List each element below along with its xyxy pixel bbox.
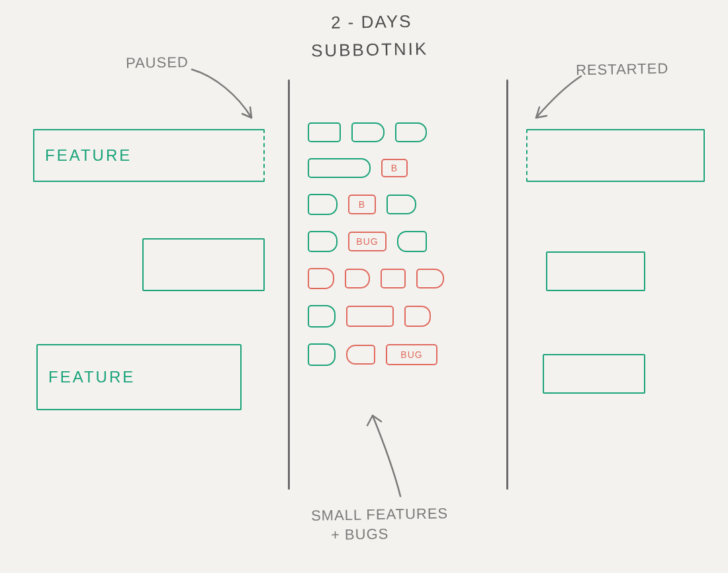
small-feature-block bbox=[308, 158, 371, 178]
bug-block: BUG bbox=[348, 232, 387, 251]
task-row bbox=[308, 305, 431, 328]
bug-block bbox=[308, 268, 334, 289]
small-feature-block bbox=[395, 122, 427, 142]
bottom-label-1: SMALL FEATURES bbox=[311, 505, 449, 525]
bug-block bbox=[345, 269, 370, 288]
feature-box-paused-1: FEATURE bbox=[33, 129, 265, 182]
small-feature-block bbox=[308, 194, 338, 215]
bug-block bbox=[404, 306, 431, 327]
task-row: B bbox=[308, 194, 416, 215]
divider-right bbox=[506, 79, 508, 490]
bug-block bbox=[416, 269, 444, 288]
task-row: B bbox=[308, 158, 408, 178]
title-line-1: 2 - DAYS bbox=[331, 11, 412, 33]
small-features-arrow-icon bbox=[354, 410, 420, 503]
bug-block bbox=[381, 269, 406, 288]
small-feature-block bbox=[308, 305, 336, 328]
feature-label: FEATURE bbox=[48, 368, 135, 386]
feature-box-3: FEATURE bbox=[36, 344, 242, 410]
bottom-label-2: + BUGS bbox=[331, 525, 389, 544]
feature-label: FEATURE bbox=[45, 146, 132, 165]
feature-box-r3 bbox=[543, 354, 645, 394]
small-feature-block bbox=[387, 195, 416, 214]
paused-arrow-icon bbox=[189, 66, 261, 126]
task-row bbox=[308, 122, 427, 142]
task-row: BUG bbox=[308, 343, 437, 366]
paused-label: PAUSED bbox=[126, 54, 189, 72]
bug-block: B bbox=[381, 159, 408, 177]
title-line-2: SUBBOTNIK bbox=[311, 38, 429, 61]
diagram-canvas: 2 - DAYS SUBBOTNIK PAUSED RESTARTED FEAT… bbox=[0, 0, 728, 573]
task-row bbox=[308, 268, 444, 289]
small-feature-block bbox=[397, 231, 427, 252]
bug-block: BUG bbox=[386, 344, 437, 365]
restarted-arrow-icon bbox=[529, 73, 589, 126]
feature-box-restarted-1 bbox=[526, 129, 705, 182]
restarted-label: RESTARTED bbox=[576, 60, 669, 79]
bug-block bbox=[346, 306, 394, 327]
small-feature-block bbox=[308, 343, 336, 366]
small-feature-block bbox=[308, 122, 341, 142]
feature-box-2 bbox=[142, 238, 265, 291]
small-feature-block bbox=[308, 231, 338, 252]
task-row: BUG bbox=[308, 231, 427, 252]
bug-block bbox=[346, 345, 375, 365]
feature-box-r2 bbox=[546, 251, 645, 291]
bug-block: B bbox=[348, 195, 376, 214]
divider-left bbox=[288, 79, 290, 490]
small-feature-block bbox=[351, 122, 385, 142]
